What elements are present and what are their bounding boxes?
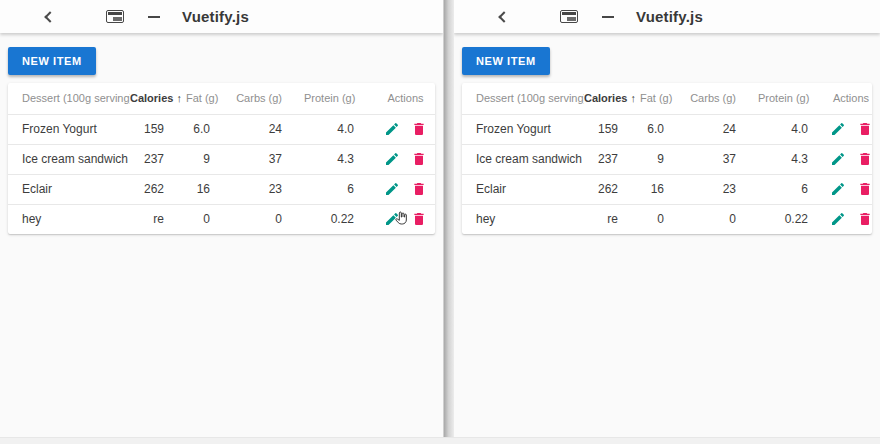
cell-calories: 262 <box>584 174 640 204</box>
cell-fat: 9 <box>186 144 232 174</box>
cell-calories: 237 <box>130 144 186 174</box>
table-row: hey re 0 0 0.22 <box>462 204 872 234</box>
delete-trash-icon[interactable] <box>857 181 873 197</box>
minimize-icon[interactable] <box>602 16 614 18</box>
cell-carbs: 24 <box>232 114 304 144</box>
header-calories-sorted[interactable]: Calories ↑ <box>584 83 640 114</box>
data-table-card: Dessert (100g serving) Calories ↑ Fat (g… <box>462 83 872 234</box>
menu-icon[interactable] <box>855 11 870 22</box>
menu-icon[interactable] <box>9 11 24 22</box>
table-header-row: Dessert (100g serving) Calories ↑ Fat (g… <box>8 83 435 114</box>
delete-trash-icon[interactable] <box>857 121 873 137</box>
cell-calories: 159 <box>130 114 186 144</box>
bottom-edge-strip <box>0 437 880 444</box>
edit-pencil-icon[interactable] <box>830 211 846 227</box>
cell-protein: 0.22 <box>758 204 830 234</box>
header-protein[interactable]: Protein (g) <box>304 83 376 114</box>
right-panel: Vuetify.js NEW ITEM Dessert (100g servin… <box>454 0 880 444</box>
data-table-card: Dessert (100g serving) Calories ↑ Fat (g… <box>8 83 435 234</box>
cell-dessert: Ice cream sandwich <box>462 144 584 174</box>
edit-pencil-icon[interactable] <box>384 181 400 197</box>
header-dessert[interactable]: Dessert (100g serving) <box>462 83 584 114</box>
cell-calories: 159 <box>584 114 640 144</box>
table-row: Eclair 262 16 23 6 <box>462 174 872 204</box>
edit-pencil-icon[interactable] <box>830 151 846 167</box>
delete-trash-icon[interactable] <box>857 151 873 167</box>
cell-carbs: 37 <box>232 144 304 174</box>
table-row: hey re 0 0 0.22 <box>8 204 435 234</box>
table-row: Frozen Yogurt 159 6.0 24 4.0 <box>462 114 872 144</box>
cell-fat: 16 <box>640 174 686 204</box>
desserts-table: Dessert (100g serving) Calories ↑ Fat (g… <box>462 83 872 234</box>
cell-protein: 0.22 <box>304 204 376 234</box>
minimize-icon[interactable] <box>148 16 160 18</box>
header-actions: Actions <box>830 83 872 114</box>
browser-card-icon[interactable] <box>106 10 124 23</box>
cell-dessert: hey <box>8 204 130 234</box>
cell-dessert: Frozen Yogurt <box>8 114 130 144</box>
cell-dessert: Ice cream sandwich <box>8 144 130 174</box>
right-content: NEW ITEM Dessert (100g serving) Calories… <box>454 33 880 242</box>
cell-carbs: 23 <box>232 174 304 204</box>
table-header-row: Dessert (100g serving) Calories ↑ Fat (g… <box>462 83 872 114</box>
edit-pencil-icon[interactable] <box>830 181 846 197</box>
delete-trash-icon[interactable] <box>857 211 873 227</box>
table-row: Eclair 262 16 23 6 <box>8 174 435 204</box>
edit-pencil-icon[interactable] <box>384 121 400 137</box>
cell-calories: 237 <box>584 144 640 174</box>
cell-carbs: 0 <box>686 204 758 234</box>
table-row: Ice cream sandwich 237 9 37 4.3 <box>8 144 435 174</box>
cell-dessert: hey <box>462 204 584 234</box>
header-carbs[interactable]: Carbs (g) <box>232 83 304 114</box>
delete-trash-icon[interactable] <box>411 151 427 167</box>
cell-protein: 4.0 <box>758 114 830 144</box>
left-content: NEW ITEM Dessert (100g serving) Calories… <box>0 33 443 242</box>
new-item-button[interactable]: NEW ITEM <box>8 47 96 75</box>
table-row: Ice cream sandwich 237 9 37 4.3 <box>462 144 872 174</box>
cell-carbs: 23 <box>686 174 758 204</box>
browser-card-icon[interactable] <box>560 10 578 23</box>
cell-fat: 16 <box>186 174 232 204</box>
screen: Vuetify.js NEW ITEM Dessert (100g servin… <box>0 0 880 444</box>
header-carbs[interactable]: Carbs (g) <box>686 83 758 114</box>
header-protein[interactable]: Protein (g) <box>758 83 830 114</box>
left-panel: Vuetify.js NEW ITEM Dessert (100g servin… <box>0 0 444 444</box>
window-divider <box>444 0 454 444</box>
cell-calories: re <box>130 204 186 234</box>
menu-icon[interactable] <box>418 11 433 22</box>
edit-pencil-icon[interactable] <box>384 151 400 167</box>
cell-protein: 6 <box>304 174 376 204</box>
toolbar-title: Vuetify.js <box>182 8 249 25</box>
right-toolbar: Vuetify.js <box>454 0 880 33</box>
chevron-left-icon[interactable] <box>44 11 55 22</box>
cell-protein: 4.3 <box>758 144 830 174</box>
cell-carbs: 37 <box>686 144 758 174</box>
delete-trash-icon[interactable] <box>411 211 427 227</box>
header-dessert[interactable]: Dessert (100g serving) <box>8 83 130 114</box>
cell-fat: 9 <box>640 144 686 174</box>
header-fat[interactable]: Fat (g) <box>640 83 686 114</box>
sort-up-arrow-icon: ↑ <box>176 92 182 104</box>
edit-pencil-icon[interactable] <box>830 121 846 137</box>
cell-protein: 4.0 <box>304 114 376 144</box>
cell-calories: re <box>584 204 640 234</box>
cell-carbs: 0 <box>232 204 304 234</box>
cell-calories: 262 <box>130 174 186 204</box>
desserts-table: Dessert (100g serving) Calories ↑ Fat (g… <box>8 83 435 234</box>
delete-trash-icon[interactable] <box>411 181 427 197</box>
header-fat[interactable]: Fat (g) <box>186 83 232 114</box>
header-calories-sorted[interactable]: Calories ↑ <box>130 83 186 114</box>
cell-dessert: Eclair <box>8 174 130 204</box>
menu-icon[interactable] <box>463 11 478 22</box>
delete-trash-icon[interactable] <box>411 121 427 137</box>
cell-fat: 0 <box>640 204 686 234</box>
chevron-left-icon[interactable] <box>498 11 509 22</box>
header-actions: Actions <box>376 83 435 114</box>
cell-fat: 0 <box>186 204 232 234</box>
new-item-button[interactable]: NEW ITEM <box>462 47 550 75</box>
cell-carbs: 24 <box>686 114 758 144</box>
cell-protein: 4.3 <box>304 144 376 174</box>
cell-fat: 6.0 <box>640 114 686 144</box>
cell-dessert: Eclair <box>462 174 584 204</box>
edit-pencil-icon[interactable] <box>384 211 400 227</box>
